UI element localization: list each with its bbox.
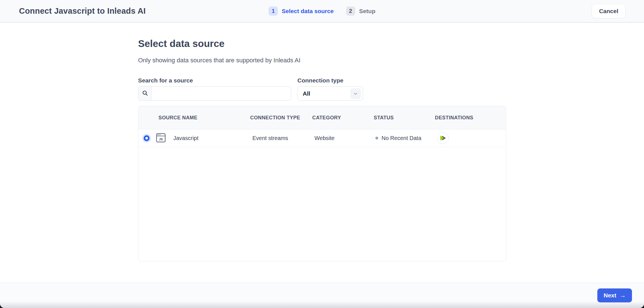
step-1-label: Select data source (282, 8, 334, 15)
col-header-destinations: DESTINATIONS (435, 115, 506, 121)
search-icon-segment (138, 87, 152, 100)
connection-type-select[interactable]: All (297, 86, 363, 101)
step-2-badge: 2 (346, 6, 355, 16)
connection-type-label: Connection type (297, 77, 363, 84)
connection-type-cell: Event streams (250, 135, 312, 141)
category-cell: Website (312, 135, 374, 141)
table-row[interactable]: JS Javascript Event streams Website No R… (138, 129, 506, 147)
filter-controls: Search for a source Connection type (138, 77, 644, 101)
col-header-status: STATUS (374, 115, 435, 121)
destination-badge[interactable] (437, 132, 449, 144)
bottom-shadow (0, 301, 644, 308)
cancel-button[interactable]: Cancel (592, 4, 626, 18)
step-setup[interactable]: 2 Setup (346, 6, 375, 16)
connect-source-window: Connect Javascript to Inleads AI 1 Selec… (0, 0, 644, 308)
table-header-row: SOURCE NAME CONNECTION TYPE CATEGORY STA… (138, 106, 506, 129)
search-box (138, 86, 291, 101)
col-header-connection-type: CONNECTION TYPE (250, 115, 312, 121)
search-group: Search for a source (138, 77, 291, 101)
col-header-category: CATEGORY (312, 115, 374, 121)
sources-table: SOURCE NAME CONNECTION TYPE CATEGORY STA… (138, 106, 506, 261)
step-2-label: Setup (359, 8, 375, 15)
top-bar: Connect Javascript to Inleads AI 1 Selec… (0, 0, 644, 23)
next-button-label: Next (603, 292, 616, 299)
footer-bar: Next → (0, 283, 644, 308)
source-radio-selected[interactable] (144, 135, 150, 141)
fast-forward-play-icon (439, 134, 447, 142)
step-select-data-source[interactable]: 1 Select data source (269, 6, 334, 16)
page-subtitle: Only showing data sources that are suppo… (138, 57, 644, 64)
connection-type-group: Connection type All (297, 77, 363, 101)
search-input[interactable] (152, 87, 291, 100)
page-title: Select data source (138, 38, 644, 49)
chevron-down-icon (350, 88, 361, 99)
status-dot-icon (375, 137, 378, 139)
step-1-badge: 1 (269, 6, 278, 16)
window-title: Connect Javascript to Inleads AI (19, 6, 146, 16)
source-name: Javascript (173, 135, 198, 141)
javascript-browser-icon: JS (156, 132, 166, 144)
status-cell: No Recent Data (374, 135, 435, 141)
status-text: No Recent Data (382, 135, 421, 141)
search-icon (142, 90, 148, 97)
next-button[interactable]: Next → (597, 288, 632, 302)
destinations-cell (435, 132, 506, 144)
connection-type-value: All (303, 90, 310, 97)
stepper: 1 Select data source 2 Setup (269, 0, 375, 22)
source-cell: JS Javascript (138, 132, 250, 144)
main-content: Select data source Only showing data sou… (0, 23, 644, 283)
svg-text:JS: JS (159, 137, 163, 141)
arrow-right-icon: → (620, 292, 626, 298)
radio-inner-dot (145, 137, 148, 139)
col-header-source-name: SOURCE NAME (138, 115, 250, 121)
search-label: Search for a source (138, 77, 291, 84)
